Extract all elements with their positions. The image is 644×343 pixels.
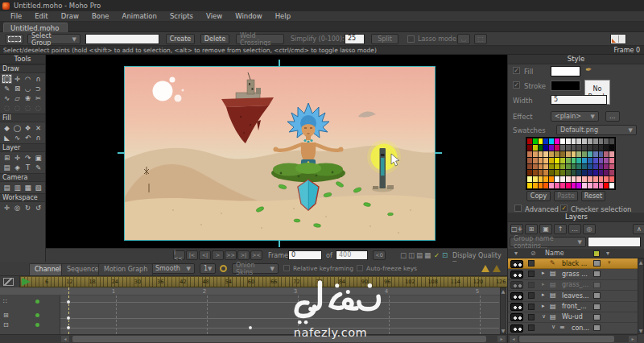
layer-expand-icon[interactable]: ▸ (542, 291, 545, 298)
layer-checkbox[interactable] (528, 271, 535, 277)
copy-button[interactable]: Copy (526, 191, 551, 201)
zoom-workspace-tool-icon[interactable]: ◎ (12, 203, 23, 213)
color-swatch[interactable] (593, 183, 598, 188)
color-swatch[interactable] (599, 145, 604, 151)
transport-go-start-button[interactable]: |<< (173, 250, 185, 260)
auto-freeze-checkbox[interactable] (357, 265, 363, 271)
rotate-layer-tool-icon[interactable]: ↷ (23, 153, 33, 163)
color-swatch[interactable] (549, 151, 554, 157)
layer-row-black-[interactable]: ✎black ...▾ (508, 258, 638, 269)
stroke-exposure-tool-icon[interactable]: ∩ (33, 133, 43, 143)
view-layout-icon-2[interactable]: ◫ (408, 251, 415, 259)
color-swatch[interactable] (576, 170, 581, 176)
color-swatch[interactable] (555, 164, 559, 170)
color-swatch[interactable] (576, 138, 581, 144)
rotate-points-tool-icon[interactable]: ∩ (33, 74, 43, 84)
orbit-workspace-tool-icon[interactable]: ↺ (33, 203, 43, 213)
color-swatch[interactable] (609, 170, 614, 176)
color-swatch[interactable] (527, 145, 532, 151)
color-swatch[interactable] (555, 158, 559, 163)
color-swatch[interactable] (609, 145, 614, 151)
color-swatch[interactable] (549, 176, 554, 182)
color-swatch[interactable] (533, 138, 538, 144)
color-swatch[interactable] (576, 145, 581, 151)
color-swatch[interactable] (539, 151, 543, 157)
inactive-tool-1-tool-icon[interactable]: ◌ (2, 103, 12, 113)
color-swatch[interactable] (576, 164, 581, 170)
layer-row-front-[interactable]: ▸▤front_... (508, 302, 638, 312)
color-swatch[interactable] (604, 164, 609, 170)
layer-color-chip[interactable] (593, 282, 601, 288)
color-swatch[interactable] (599, 138, 604, 144)
keyframe-dot[interactable] (66, 325, 71, 330)
color-swatch[interactable] (609, 138, 614, 144)
channel-active-dot[interactable] (35, 300, 39, 304)
keyframe-color-icon[interactable] (220, 265, 227, 272)
color-swatch[interactable] (539, 176, 543, 182)
layer-expand-icon[interactable]: ▸ (542, 281, 545, 287)
color-swatch[interactable] (560, 176, 565, 182)
color-swatch[interactable] (599, 183, 604, 188)
color-swatch[interactable] (572, 158, 576, 163)
layer-visibility-icon[interactable] (510, 292, 523, 300)
transport-next-keyframe-button[interactable]: >| (237, 250, 250, 260)
playhead-icon[interactable] (22, 278, 31, 286)
color-swatch[interactable] (527, 183, 532, 188)
color-swatch[interactable] (549, 164, 554, 170)
color-swatch[interactable] (572, 145, 576, 151)
layer-visibility-icon[interactable] (510, 260, 523, 268)
canvas-area[interactable] (46, 55, 507, 248)
checker-selection-checkbox[interactable]: ✓ (560, 205, 568, 212)
color-swatch[interactable] (539, 145, 543, 151)
selection-name-input[interactable] (85, 34, 159, 44)
raise-layer-icon[interactable]: ↑ (554, 224, 567, 234)
color-swatch[interactable] (555, 151, 559, 157)
inactive-tool-2-tool-icon[interactable]: ◌ (12, 103, 23, 113)
text-tool-tool-icon[interactable]: T (23, 163, 33, 172)
interpolation-dropdown[interactable]: Smooth▼ (151, 263, 195, 274)
document-canvas[interactable] (125, 67, 435, 240)
manual-book-icon[interactable] (610, 34, 626, 44)
selection-handle-bottom[interactable] (279, 240, 280, 247)
color-swatch[interactable] (527, 170, 532, 176)
fill-checkbox[interactable]: ✓ (513, 67, 520, 74)
timeline-zoom-out-icon[interactable] (481, 265, 489, 272)
channel-active-dot[interactable] (35, 313, 39, 317)
timeline-tracks[interactable]: ∷⊞⊡ (0, 295, 507, 334)
color-swatch[interactable] (588, 151, 592, 157)
color-swatch[interactable] (549, 183, 554, 188)
color-swatch[interactable] (576, 176, 581, 182)
color-swatch[interactable] (539, 158, 543, 163)
layer-color-chip[interactable] (593, 271, 601, 277)
pan-workspace-tool-icon[interactable]: ✛ (2, 203, 12, 213)
line-width-tool-icon[interactable]: ∿ (12, 133, 23, 143)
advanced-checkbox[interactable] (514, 205, 522, 212)
transform-layer-tool-icon[interactable]: ⊞ (2, 153, 12, 163)
layer-row-grass-[interactable]: ▸▤grass ... (508, 269, 638, 279)
particles-tool-icon[interactable]: ◈ (12, 163, 23, 172)
color-swatch[interactable] (555, 170, 559, 176)
onion-skins-dropdown[interactable]: Onion Skins▼ (232, 263, 279, 274)
keyframe-dot[interactable] (248, 325, 253, 330)
reset-frame-button[interactable]: <0 (373, 250, 386, 260)
chevron-down-icon[interactable]: ▾ (608, 259, 611, 266)
color-swatch[interactable] (533, 158, 538, 163)
layer-color-chip[interactable] (593, 304, 601, 310)
color-swatch[interactable] (566, 151, 571, 157)
color-swatch[interactable] (576, 183, 581, 188)
current-frame-input[interactable]: 0 (288, 250, 322, 260)
inactive-tool-3-tool-icon[interactable]: ◌ (23, 103, 33, 113)
color-swatch[interactable] (555, 176, 559, 182)
menu-scripts[interactable]: Scripts (164, 12, 199, 20)
color-swatch[interactable] (593, 145, 598, 151)
delete-edge-tool-icon[interactable]: ✂ (33, 93, 43, 103)
transport-loop-button[interactable]: >< (250, 250, 262, 260)
eyedropper-tool-tool-icon[interactable]: ✎ (33, 163, 43, 172)
color-swatch[interactable] (576, 158, 581, 163)
color-swatch[interactable] (566, 158, 571, 163)
total-frames-input[interactable]: 400 (336, 250, 368, 260)
delete-shape-tool-icon[interactable]: ✕ (33, 123, 43, 133)
view-layout-icon-4[interactable]: ▦ (424, 251, 431, 259)
layer-color-chip[interactable] (593, 324, 601, 331)
color-swatch[interactable] (560, 164, 565, 170)
